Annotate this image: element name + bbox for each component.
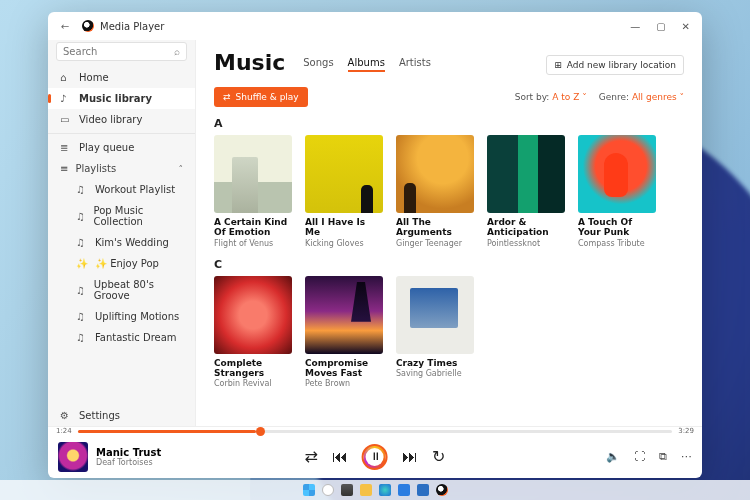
repeat-toggle[interactable]: ↻ [432,447,445,466]
album-card[interactable]: Ardor & AnticipationPointlessknot [487,135,565,248]
nav-home[interactable]: ⌂Home [48,67,195,88]
playlist-item[interactable]: ♫Upbeat 80's Groove [48,274,195,306]
add-library-location-button[interactable]: ⊞Add new library location [546,55,684,75]
seek-slider[interactable] [78,430,673,433]
now-playing-title: Manic Trust [96,447,161,458]
album-artist: Corbin Revival [214,379,292,388]
album-artist: Flight of Venus [214,239,292,248]
folder-plus-icon: ⊞ [554,60,562,70]
album-title: Compromise Moves Fast [305,358,383,379]
video-icon: ▭ [60,114,72,125]
album-artist: Kicking Gloves [305,239,383,248]
music-note-icon: ♫ [76,237,88,248]
album-card[interactable]: Compromise Moves FastPete Brown [305,276,383,389]
tab-songs[interactable]: Songs [303,57,333,72]
taskbar-store-icon[interactable] [398,484,410,496]
now-playing-bar: 1:24 3:29 Manic Trust Deaf Tortoises ⇄ ⏮… [48,426,702,478]
album-cover [305,276,383,354]
album-card[interactable]: A Certain Kind Of EmotionFlight of Venus [214,135,292,248]
playlist-item[interactable]: ♫Workout Playlist [48,179,195,200]
nav-video-library[interactable]: ▭Video library [48,109,195,130]
volume-button[interactable]: 🔈 [606,450,620,463]
start-button[interactable] [303,484,315,496]
search-placeholder: Search [63,46,174,57]
album-cover [396,276,474,354]
nav-play-queue[interactable]: ≣Play queue [48,137,195,158]
app-window: ← Media Player — ▢ ✕ Search ⌕ ⌂Home ♪Mus… [48,12,702,478]
taskbar[interactable] [0,480,750,500]
tab-albums[interactable]: Albums [348,57,385,72]
album-card[interactable]: Crazy TimesSaving Gabrielle [396,276,474,389]
album-title: A Touch Of Your Punk [578,217,656,238]
maximize-button[interactable]: ▢ [656,21,665,32]
album-cover [578,135,656,213]
play-pause-button[interactable]: ⏸ [362,444,388,470]
queue-icon: ≣ [60,142,72,153]
playlist-item[interactable]: ♫Fantastic Dream [48,327,195,348]
album-title: Complete Strangers [214,358,292,379]
app-icon [82,20,94,32]
nav-playlists-header[interactable]: ≡Playlists˄ [48,158,195,179]
music-note-icon: ♫ [76,311,88,322]
back-button[interactable]: ← [54,21,76,32]
music-note-icon: ♪ [60,93,72,104]
elapsed-time: 1:24 [56,427,72,435]
album-cover [214,276,292,354]
album-title: Crazy Times [396,358,474,368]
album-title: All The Arguments [396,217,474,238]
app-title: Media Player [100,21,164,32]
miniplayer-button[interactable]: ⧉ [659,450,667,463]
shuffle-toggle[interactable]: ⇄ [305,447,318,466]
taskbar-explorer-icon[interactable] [360,484,372,496]
playlist-icon: ≡ [60,163,68,174]
taskbar-taskview-icon[interactable] [341,484,353,496]
chevron-up-icon: ˄ [179,164,184,174]
album-title: Ardor & Anticipation [487,217,565,238]
tab-artists[interactable]: Artists [399,57,431,72]
nav-music-library[interactable]: ♪Music library [48,88,195,109]
taskbar-mail-icon[interactable] [417,484,429,496]
album-artist: Saving Gabrielle [396,369,474,378]
shuffle-icon: ⇄ [223,92,231,102]
music-note-icon: ♫ [76,332,88,343]
page-title: Music [214,50,285,75]
section-letter-c: C [214,258,684,271]
album-card[interactable]: All I Have Is MeKicking Gloves [305,135,383,248]
album-cover [396,135,474,213]
album-artist: Compass Tribute [578,239,656,248]
playlist-item[interactable]: ♫Pop Music Collection [48,200,195,232]
music-note-icon: ♫ [76,184,88,195]
close-button[interactable]: ✕ [682,21,690,32]
album-cover [487,135,565,213]
search-icon: ⌕ [174,46,180,57]
section-letter-a: A [214,117,684,130]
album-card[interactable]: A Touch Of Your PunkCompass Tribute [578,135,656,248]
previous-button[interactable]: ⏮ [332,447,348,466]
nav-settings[interactable]: ⚙Settings [48,405,195,426]
total-time: 3:29 [678,427,694,435]
music-note-icon: ♫ [76,211,86,222]
minimize-button[interactable]: — [630,21,640,32]
taskbar-edge-icon[interactable] [379,484,391,496]
home-icon: ⌂ [60,72,72,83]
now-playing-cover[interactable] [58,442,88,472]
sort-by-dropdown[interactable]: Sort by: A to Z ˅ [515,92,587,102]
search-input[interactable]: Search ⌕ [56,42,187,61]
playlist-item[interactable]: ✨✨ Enjoy Pop [48,253,195,274]
now-playing-artist: Deaf Tortoises [96,458,161,467]
playlist-item[interactable]: ♫Kim's Wedding [48,232,195,253]
sparkle-icon: ✨ [76,258,88,269]
more-button[interactable]: ⋯ [681,450,692,463]
genre-dropdown[interactable]: Genre: All genres ˅ [599,92,684,102]
taskbar-media-icon[interactable] [436,484,448,496]
fullscreen-button[interactable]: ⛶ [634,450,645,463]
playlist-item[interactable]: ♫Uplifting Motions [48,306,195,327]
main-content: Music Songs Albums Artists ⊞Add new libr… [196,40,702,426]
shuffle-play-button[interactable]: ⇄Shuffle & play [214,87,308,107]
album-card[interactable]: All The ArgumentsGinger Teenager [396,135,474,248]
album-card[interactable]: Complete StrangersCorbin Revival [214,276,292,389]
album-artist: Pointlessknot [487,239,565,248]
next-button[interactable]: ⏭ [402,447,418,466]
taskbar-search-icon[interactable] [322,484,334,496]
album-title: A Certain Kind Of Emotion [214,217,292,238]
